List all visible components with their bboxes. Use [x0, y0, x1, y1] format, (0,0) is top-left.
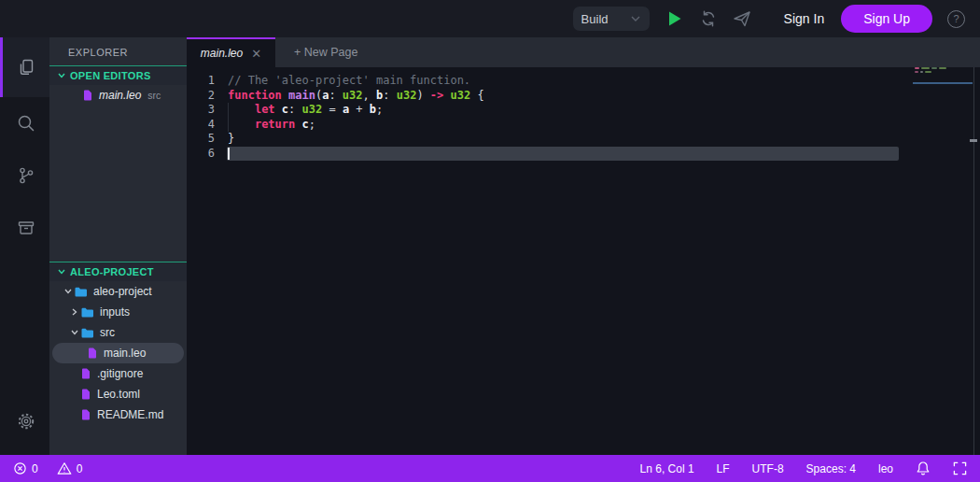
folder-icon [81, 307, 93, 318]
files-icon [16, 57, 36, 78]
tree-item-aleo-project[interactable]: aleo-project [52, 281, 184, 302]
indent-guide [228, 103, 229, 118]
line-number: 5 [187, 132, 228, 147]
activity-item-search[interactable] [0, 97, 49, 149]
tab-main-leo[interactable]: main.leo ✕ [187, 37, 275, 67]
open-editor-item[interactable]: main.leosrc [49, 85, 187, 106]
tree-item-label: Leo.toml [97, 388, 140, 401]
errors-status[interactable]: 0 [13, 461, 38, 475]
bell-icon [916, 461, 931, 476]
play-icon [667, 10, 682, 27]
tree-item-Leo.toml[interactable]: Leo.toml [52, 384, 184, 404]
folder-icon [81, 328, 93, 338]
file-icon [81, 368, 91, 379]
sign-in-button[interactable]: Sign In [784, 11, 825, 26]
line-content: return c; [228, 118, 315, 133]
chevron-down-icon [58, 269, 65, 275]
code-line-1[interactable]: 1// The 'aleo-project' main function. [187, 74, 980, 89]
code-line-4[interactable]: 4 return c; [187, 118, 980, 133]
chevron-down-icon [63, 289, 73, 294]
cursor-position[interactable]: Ln 6, Col 1 [640, 462, 694, 475]
reset-button[interactable] [696, 7, 721, 31]
tree-item-label: src [100, 326, 115, 339]
archive-box-icon [16, 218, 36, 238]
code-line-3[interactable]: 3 let c: u32 = a + b; [187, 103, 980, 118]
editor-pane: main.leo ✕ + New Page 1// The 'aleo-proj… [187, 37, 980, 455]
encoding-indicator[interactable]: UTF-8 [752, 462, 784, 475]
code-line-5[interactable]: 5} [187, 132, 980, 147]
fullscreen-icon [953, 461, 967, 475]
activity-item-settings[interactable] [0, 395, 49, 447]
file-tree: aleo-projectinputssrcmain.leo.gitignoreL… [49, 281, 187, 425]
file-icon [88, 347, 97, 359]
fullscreen-button[interactable] [953, 461, 967, 475]
status-bar: 0 0 Ln 6, Col 1 LF UTF-8 Spaces: 4 leo [0, 455, 980, 482]
tree-item-README.md[interactable]: README.md [52, 404, 184, 425]
open-editors-list: main.leosrc [49, 85, 187, 106]
open-editor-detail: src [147, 90, 161, 101]
git-branch-icon [16, 165, 36, 186]
chevron-down-icon [631, 16, 641, 21]
code-line-2[interactable]: 2function main(a: u32, b: u32) -> u32 { [187, 89, 980, 104]
deploy-button[interactable] [730, 7, 754, 31]
warnings-count: 0 [77, 462, 83, 475]
search-icon [16, 113, 36, 134]
open-editor-name: main.leo [99, 89, 141, 102]
project-label: ALEO-PROJECT [70, 266, 154, 277]
errors-count: 0 [32, 462, 38, 475]
sync-icon [699, 10, 718, 27]
eol-indicator[interactable]: LF [717, 462, 730, 475]
chevron-down-icon [58, 73, 65, 78]
activity-item-explorer[interactable] [0, 37, 49, 97]
tree-item-label: aleo-project [93, 285, 152, 298]
run-button[interactable] [663, 7, 687, 31]
help-icon[interactable]: ? [947, 10, 965, 28]
error-icon [13, 461, 27, 475]
code-line-6[interactable]: 6 [187, 147, 980, 162]
line-number: 1 [187, 74, 228, 89]
new-page-button[interactable]: + New Page [275, 37, 357, 67]
warnings-status[interactable]: 0 [57, 461, 83, 475]
open-editors-header[interactable]: OPEN EDITORS [49, 65, 187, 85]
code-editor[interactable]: 1// The 'aleo-project' main function.2fu… [187, 67, 980, 455]
tree-item-.gitignore[interactable]: .gitignore [52, 363, 184, 384]
indentation-indicator[interactable]: Spaces: 4 [806, 462, 856, 475]
explorer-sidebar: EXPLORER OPEN EDITORS main.leosrc ALEO-P… [49, 37, 187, 455]
notifications-button[interactable] [916, 461, 931, 476]
line-content: let c: u32 = a + b; [228, 103, 383, 118]
tree-item-label: .gitignore [97, 367, 143, 380]
line-content: function main(a: u32, b: u32) -> u32 { [228, 89, 484, 104]
minimap-slider [913, 82, 973, 84]
line-content: } [228, 132, 234, 147]
chevron-down-icon [69, 330, 79, 335]
project-section: ALEO-PROJECT aleo-projectinputssrcmain.l… [49, 262, 187, 425]
code-lines: 1// The 'aleo-project' main function.2fu… [187, 74, 980, 161]
folder-icon [75, 287, 87, 297]
sign-up-button[interactable]: Sign Up [841, 5, 932, 33]
tree-item-main.leo[interactable]: main.leo [52, 343, 184, 363]
editor-scrollbar[interactable] [973, 67, 974, 455]
tree-item-label: README.md [97, 408, 163, 421]
activity-item-packages[interactable] [0, 202, 49, 254]
line-number: 2 [187, 89, 228, 104]
file-icon [83, 90, 92, 101]
main-area: EXPLORER OPEN EDITORS main.leosrc ALEO-P… [0, 37, 980, 455]
tree-item-inputs[interactable]: inputs [52, 302, 184, 322]
top-bar: Build Sign In Sign Up ? [0, 0, 980, 37]
activity-item-source-control[interactable] [0, 149, 49, 202]
line-content: // The 'aleo-project' main function. [228, 74, 470, 89]
send-icon [733, 10, 751, 27]
minimap[interactable] [915, 67, 973, 88]
tree-item-src[interactable]: src [52, 322, 184, 343]
close-icon[interactable]: ✕ [251, 48, 261, 60]
tab-label: main.leo [201, 47, 243, 60]
tree-item-label: main.leo [104, 347, 146, 360]
explorer-title: EXPLORER [49, 37, 187, 65]
file-icon [81, 389, 91, 400]
project-header[interactable]: ALEO-PROJECT [49, 262, 187, 281]
language-indicator[interactable]: leo [878, 462, 893, 475]
line-number: 6 [187, 147, 228, 162]
build-dropdown[interactable]: Build [573, 7, 650, 31]
chevron-right-icon [69, 308, 79, 316]
open-editors-label: OPEN EDITORS [70, 70, 151, 81]
